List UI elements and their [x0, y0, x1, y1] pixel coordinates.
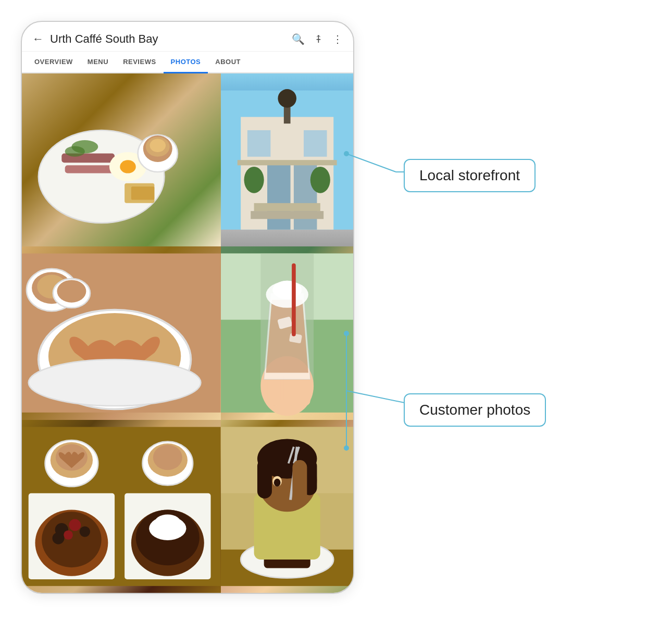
share-icon[interactable]: ⤉	[314, 33, 323, 45]
svg-point-67	[153, 445, 182, 470]
svg-rect-2	[65, 165, 115, 173]
svg-point-21	[278, 89, 296, 108]
tab-about[interactable]: ABOUT	[208, 52, 248, 73]
tab-menu[interactable]: MENU	[80, 52, 116, 73]
tab-photos[interactable]: PHOTOS	[164, 52, 208, 73]
svg-rect-23	[251, 211, 323, 219]
svg-rect-88	[292, 460, 307, 506]
phone-mockup: ← Urth Caffé South Bay 🔍 ⤉ ⋮ OVERVIEW ME…	[21, 21, 354, 594]
photo-child-eating[interactable]	[221, 420, 353, 593]
customer-photos-label: Customer photos	[404, 393, 546, 427]
svg-point-12	[150, 139, 166, 152]
svg-rect-79	[257, 458, 272, 498]
svg-line-95	[346, 391, 422, 406]
svg-point-33	[57, 280, 86, 303]
customer-photos-annotation: Customer photos	[404, 393, 546, 427]
svg-rect-8	[131, 187, 155, 200]
search-icon[interactable]: 🔍	[292, 33, 305, 45]
tab-reviews[interactable]: REVIEWS	[116, 52, 163, 73]
grid-row-3	[22, 420, 353, 593]
more-icon[interactable]: ⋮	[332, 33, 343, 45]
svg-rect-47	[292, 264, 296, 337]
grid-row-1	[22, 73, 353, 246]
local-storefront-annotation: Local storefront	[404, 159, 536, 192]
svg-point-57	[53, 532, 65, 544]
svg-rect-19	[237, 160, 337, 165]
photo-coffee-latte[interactable]	[22, 246, 221, 419]
svg-rect-15	[267, 164, 291, 230]
header-icons: 🔍 ⤉ ⋮	[292, 33, 343, 45]
svg-point-25	[310, 167, 330, 193]
local-storefront-label: Local storefront	[404, 159, 536, 192]
annotations-panel: Local storefront Customer photos	[344, 21, 656, 599]
svg-rect-22	[254, 203, 320, 211]
svg-point-4	[120, 160, 136, 173]
page-title: Urth Caffé South Bay	[50, 32, 285, 46]
svg-point-83	[273, 478, 280, 486]
svg-point-54	[69, 519, 81, 531]
photo-pastry-coffee[interactable]	[22, 420, 221, 593]
page-container: ← Urth Caffé South Bay 🔍 ⤉ ⋮ OVERVIEW ME…	[0, 0, 672, 621]
svg-point-6	[65, 146, 85, 156]
svg-point-56	[64, 530, 73, 540]
back-button[interactable]: ←	[32, 32, 44, 46]
tab-bar: OVERVIEW MENU REVIEWS PHOTOS ABOUT	[22, 52, 353, 73]
svg-point-61	[154, 514, 181, 531]
grid-row-2	[22, 246, 353, 419]
photo-iced-drink[interactable]	[221, 246, 353, 419]
svg-point-24	[244, 167, 264, 193]
tab-overview[interactable]: OVERVIEW	[27, 52, 80, 73]
svg-point-55	[80, 526, 90, 537]
svg-point-34	[29, 359, 201, 406]
photo-storefront[interactable]	[221, 73, 353, 246]
app-header: ← Urth Caffé South Bay 🔍 ⤉ ⋮	[22, 22, 353, 52]
photos-grid	[22, 73, 353, 593]
svg-rect-17	[247, 130, 270, 157]
photo-food-breakfast[interactable]	[22, 73, 221, 246]
svg-rect-18	[304, 130, 327, 157]
